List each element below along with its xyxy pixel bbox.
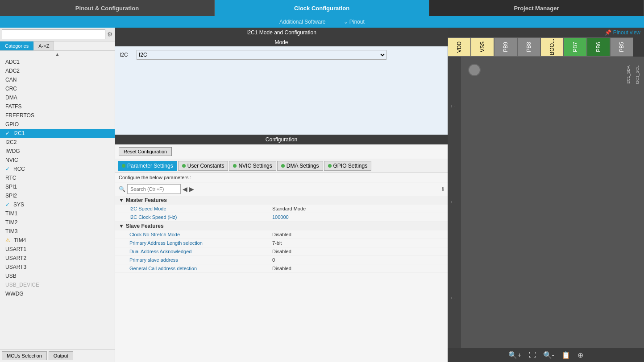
tab-parameter-settings[interactable]: Parameter Settings xyxy=(118,161,177,171)
pin-vss[interactable]: VSS xyxy=(471,37,494,57)
fit-view-button[interactable]: ⛶ xyxy=(529,351,536,359)
search-input[interactable] xyxy=(2,29,105,39)
top-nav: Pinout & Configuration Clock Configurati… xyxy=(0,0,644,16)
pin-vdd[interactable]: VDD xyxy=(448,37,471,57)
master-features-header[interactable]: ▼ Master Features xyxy=(115,196,448,205)
zoom-bar: 🔍+ ⛶ 🔍- 📋 ⊕ xyxy=(448,348,644,362)
zoom-in-button[interactable]: 🔍+ xyxy=(508,351,521,359)
sidebar-item-adc1[interactable]: ADC1 xyxy=(0,58,115,66)
pin-pb6-label: PB6 xyxy=(595,42,602,52)
pin-vss-label: VSS xyxy=(479,41,486,52)
param-value-clock-no-stretch: Disabled xyxy=(272,232,291,237)
collapse-arrow[interactable]: ▲ xyxy=(0,51,115,58)
export-button[interactable]: 📋 xyxy=(561,351,570,359)
collapse-icon-slave: ▼ xyxy=(119,223,124,229)
check-icon-rcc: ✓ xyxy=(5,166,10,172)
tab-categories[interactable]: Categories xyxy=(0,41,33,50)
pin-pb7[interactable]: PB7 xyxy=(564,37,587,57)
pinout-view-button[interactable]: 📌 Pinout view xyxy=(605,29,640,36)
pin-boo[interactable]: BOO... xyxy=(540,37,564,57)
sidebar-item-rcc[interactable]: ✓ RCC xyxy=(0,165,115,173)
sidebar-item-tim1[interactable]: TIM1 xyxy=(0,209,115,218)
nav-clock[interactable]: Clock Configuration xyxy=(215,0,429,16)
sidebar-item-can[interactable]: CAN xyxy=(0,75,115,84)
tab-gpio-settings[interactable]: GPIO Settings xyxy=(324,161,372,171)
mode-content: I2C I2C Disable SMBus-Alert-mode SMBus-t… xyxy=(115,46,448,63)
tab-az[interactable]: A->Z xyxy=(33,41,54,50)
sidebar-item-nvic[interactable]: NVIC xyxy=(0,156,115,165)
pinout-canvas: I2C1_SDA I2C1_SCL xyxy=(461,57,644,348)
reset-configuration-button[interactable]: Reset Configuration xyxy=(119,147,172,156)
param-value-i2c-speed-mode: Standard Mode xyxy=(272,206,306,211)
sidebar-item-adc2[interactable]: ADC2 xyxy=(0,66,115,75)
sidebar-item-usb-device[interactable]: USB_DEVICE xyxy=(0,280,115,289)
slave-features-header[interactable]: ▼ Slave Features xyxy=(115,222,448,230)
sidebar-item-tim2[interactable]: TIM2 xyxy=(0,218,115,227)
sidebar-item-freertos[interactable]: FREERTOS xyxy=(0,111,115,120)
zoom-out-button[interactable]: 🔍- xyxy=(543,351,554,359)
sidebar-item-i2c2[interactable]: I2C2 xyxy=(0,138,115,147)
mode-section: Mode I2C I2C Disable SMBus-Alert-mode SM… xyxy=(115,37,448,135)
param-label-primary-slave-address: Primary slave address xyxy=(129,257,272,263)
pin-pb5[interactable]: PB5 xyxy=(610,37,633,57)
sidebar-item-dma[interactable]: DMA xyxy=(0,93,115,102)
pin-pb9[interactable]: PB9 xyxy=(494,37,517,57)
sidebar-item-tim4[interactable]: ⚠ TIM4 xyxy=(0,236,115,245)
left-side-indicators: -. -. -. xyxy=(448,57,461,348)
param-value-dual-address: Disabled xyxy=(272,249,291,254)
pin-bar: VDD VSS PB9 PB8 xyxy=(448,37,644,57)
reset-view-button[interactable]: ⊕ xyxy=(578,351,583,359)
param-label-dual-address: Dual Address Acknowledged xyxy=(129,249,272,254)
pin-pb6[interactable]: PB6 xyxy=(587,37,610,57)
pinout-area: -. -. -. I2C1_SDA I2C1_SCL xyxy=(448,57,644,348)
tab-dot-nvic xyxy=(233,164,237,168)
info-icon[interactable]: ℹ xyxy=(442,186,444,193)
subnav-pinout[interactable]: ⌄ Pinout xyxy=(344,19,365,25)
sidebar-item-tim3[interactable]: TIM3 xyxy=(0,227,115,236)
sidebar-toolbar: ⚙ xyxy=(0,28,115,41)
param-value-i2c-clock-speed: 100000 xyxy=(272,214,289,220)
sidebar-item-gpio[interactable]: GPIO xyxy=(0,120,115,129)
param-value-primary-slave-address: 0 xyxy=(272,257,275,263)
sidebar-item-usart3[interactable]: USART3 xyxy=(0,263,115,272)
sidebar-item-crc[interactable]: CRC xyxy=(0,84,115,93)
sidebar-item-fatfs[interactable]: FATFS xyxy=(0,102,115,111)
output-button[interactable]: Output xyxy=(49,351,73,360)
main-layout: ⚙ Categories A->Z ▲ ADC1 ADC2 CAN CRC DM… xyxy=(0,28,644,362)
sidebar-item-spi1[interactable]: SPI1 xyxy=(0,182,115,191)
search-next-button[interactable]: ▶ xyxy=(189,185,194,193)
table-row: Dual Address Acknowledged Disabled xyxy=(115,247,448,256)
tab-dma-settings[interactable]: DMA Settings xyxy=(277,161,323,171)
pin-pb8[interactable]: PB8 xyxy=(517,37,540,57)
mcus-selection-button[interactable]: MCUs Selection xyxy=(2,351,47,360)
left-indicator-3: -. xyxy=(451,297,457,300)
table-row: I2C Speed Mode Standard Mode xyxy=(115,205,448,213)
sidebar-item-usb[interactable]: USB xyxy=(0,272,115,280)
sidebar-item-wwdg[interactable]: WWDG xyxy=(0,289,115,298)
subnav-additional-software[interactable]: Additional Software xyxy=(279,19,325,25)
sidebar: ⚙ Categories A->Z ▲ ADC1 ADC2 CAN CRC DM… xyxy=(0,28,115,362)
param-value-general-call: Disabled xyxy=(272,266,291,271)
sidebar-item-iwdg[interactable]: IWDG xyxy=(0,147,115,156)
sidebar-bottom: MCUs Selection Output xyxy=(0,349,115,362)
sidebar-item-i2c1[interactable]: ✓ I2C1 xyxy=(0,129,115,138)
panel-title: I2C1 Mode and Configuration xyxy=(115,28,448,37)
tab-dot-parameter xyxy=(122,164,125,168)
sidebar-item-sys[interactable]: ✓ SYS xyxy=(0,200,115,209)
left-indicator-1: -. xyxy=(451,105,457,107)
sidebar-item-usart2[interactable]: USART2 xyxy=(0,254,115,263)
pin-boo-label: BOO... xyxy=(549,39,555,55)
mode-select[interactable]: I2C Disable SMBus-Alert-mode SMBus-two-w… xyxy=(137,50,386,60)
sidebar-item-rtc[interactable]: RTC xyxy=(0,173,115,182)
tab-user-constants[interactable]: User Constants xyxy=(178,161,229,171)
nav-pinout[interactable]: Pinout & Configuration xyxy=(0,0,215,16)
pin-pb8-label: PB8 xyxy=(526,42,532,52)
sidebar-item-usart1[interactable]: USART1 xyxy=(0,245,115,254)
gear-icon[interactable]: ⚙ xyxy=(107,31,113,38)
config-search-input[interactable] xyxy=(127,184,181,194)
sidebar-item-spi2[interactable]: SPI2 xyxy=(0,191,115,200)
tab-nvic-settings[interactable]: NVIC Settings xyxy=(229,161,276,171)
search-prev-button[interactable]: ◀ xyxy=(183,185,187,193)
sidebar-items: ADC1 ADC2 CAN CRC DMA FATFS FREERTOS GPI… xyxy=(0,58,115,349)
nav-project[interactable]: Project Manager xyxy=(429,0,644,16)
